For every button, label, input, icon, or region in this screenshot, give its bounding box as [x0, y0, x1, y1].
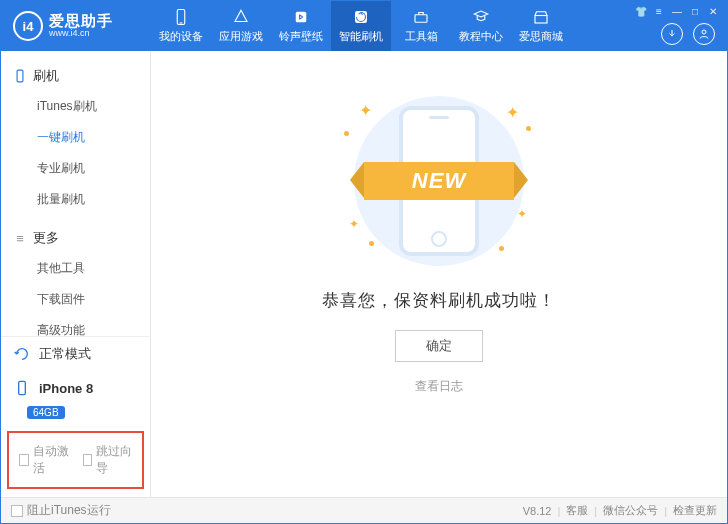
sidebar-item-itunes-flash[interactable]: iTunes刷机: [1, 91, 150, 122]
nav-label: 教程中心: [459, 29, 503, 44]
toolbox-icon: [412, 8, 430, 26]
checkbox-icon: [83, 454, 93, 466]
version-label: V8.12: [523, 505, 552, 517]
apps-icon: [232, 8, 250, 26]
success-illustration: ✦ ✦ ✦ ✦ NEW: [329, 91, 549, 271]
storage-badge: 64GB: [27, 406, 65, 419]
nav-label: 我的设备: [159, 29, 203, 44]
phone-icon: [13, 69, 27, 83]
body: 刷机 iTunes刷机 一键刷机 专业刷机 批量刷机 ≡ 更多 其他工具 下载固…: [1, 51, 727, 497]
sidebar-item-batch-flash[interactable]: 批量刷机: [1, 184, 150, 215]
phone-small-icon: [13, 379, 31, 397]
nav-label: 应用游戏: [219, 29, 263, 44]
support-link[interactable]: 客服: [566, 503, 588, 518]
user-button[interactable]: [693, 23, 715, 45]
sidebar-item-download-fw[interactable]: 下载固件: [1, 284, 150, 315]
sidebar-item-pro-flash[interactable]: 专业刷机: [1, 153, 150, 184]
nav-flash[interactable]: 智能刷机: [331, 1, 391, 51]
sidebar: 刷机 iTunes刷机 一键刷机 专业刷机 批量刷机 ≡ 更多 其他工具 下载固…: [1, 51, 151, 497]
download-button[interactable]: [661, 23, 683, 45]
window-controls: 👕 ≡ — □ ✕: [635, 5, 719, 17]
success-message: 恭喜您，保资料刷机成功啦！: [322, 289, 556, 312]
app-window: i4 爱思助手 www.i4.cn 我的设备 应用游戏 铃声壁纸 智能刷机: [0, 0, 728, 524]
bottom-options-highlight: 自动激活 跳过向导: [7, 431, 144, 489]
nav-ring[interactable]: 铃声壁纸: [271, 1, 331, 51]
nav-tutorial[interactable]: 教程中心: [451, 1, 511, 51]
sparkle-icon: ✦: [349, 217, 359, 231]
tshirt-icon[interactable]: 👕: [635, 5, 647, 17]
main-panel: ✦ ✦ ✦ ✦ NEW 恭喜您，保资料刷机成功啦！ 确定 查看日志: [151, 51, 727, 497]
logo-icon: i4: [13, 11, 43, 41]
svg-rect-7: [17, 70, 23, 82]
svg-point-6: [702, 30, 706, 34]
svg-rect-0: [177, 10, 185, 25]
device-icon: [172, 8, 190, 26]
sparkle-icon: ✦: [517, 207, 527, 221]
new-ribbon: NEW: [364, 162, 514, 200]
nav-store[interactable]: 爱思商城: [511, 1, 571, 51]
nav-toolbox[interactable]: 工具箱: [391, 1, 451, 51]
brand-name: 爱思助手: [49, 13, 113, 30]
nav-label: 智能刷机: [339, 29, 383, 44]
checkbox-label: 自动激活: [33, 443, 69, 477]
ribbon-text: NEW: [364, 162, 514, 200]
sparkle-icon: ✦: [359, 101, 372, 120]
maximize-icon[interactable]: □: [689, 5, 701, 17]
sidebar-group-flash[interactable]: 刷机: [1, 61, 150, 91]
sidebar-group-title: 更多: [33, 229, 59, 247]
tutorial-icon: [472, 8, 490, 26]
sparkle-icon: ✦: [506, 103, 519, 122]
checkbox-icon: [11, 505, 23, 517]
store-icon: [532, 8, 550, 26]
auto-activate-checkbox[interactable]: 自动激活: [19, 443, 69, 477]
close-icon[interactable]: ✕: [707, 5, 719, 17]
check-update-link[interactable]: 检查更新: [673, 503, 717, 518]
sidebar-item-other-tools[interactable]: 其他工具: [1, 253, 150, 284]
sidebar-item-onekey-flash[interactable]: 一键刷机: [1, 122, 150, 153]
checkbox-icon: [19, 454, 29, 466]
svg-rect-8: [19, 381, 26, 394]
nav-label: 工具箱: [405, 29, 438, 44]
svg-rect-4: [415, 15, 427, 23]
refresh-icon: [13, 345, 31, 363]
flash-icon: [352, 8, 370, 26]
svg-rect-2: [296, 12, 307, 23]
device-name: iPhone 8: [39, 381, 93, 396]
more-icon: ≡: [13, 231, 27, 245]
skip-guide-checkbox[interactable]: 跳过向导: [83, 443, 133, 477]
minimize-icon[interactable]: —: [671, 5, 683, 17]
checkbox-label: 跳过向导: [96, 443, 132, 477]
brand-logo: i4 爱思助手 www.i4.cn: [1, 1, 151, 51]
footer-bar: 阻止iTunes运行 V8.12 | 客服 | 微信公众号 | 检查更新: [1, 497, 727, 523]
svg-rect-5: [535, 16, 547, 24]
mode-label: 正常模式: [39, 345, 91, 363]
sidebar-group-more[interactable]: ≡ 更多: [1, 223, 150, 253]
sidebar-item-advanced[interactable]: 高级功能: [1, 315, 150, 336]
brand-url: www.i4.cn: [49, 29, 113, 39]
nav-label: 铃声壁纸: [279, 29, 323, 44]
view-log-link[interactable]: 查看日志: [415, 378, 463, 395]
sidebar-group-title: 刷机: [33, 67, 59, 85]
header-bar: i4 爱思助手 www.i4.cn 我的设备 应用游戏 铃声壁纸 智能刷机: [1, 1, 727, 51]
nav-device[interactable]: 我的设备: [151, 1, 211, 51]
checkbox-label: 阻止iTunes运行: [27, 502, 111, 519]
nav-label: 爱思商城: [519, 29, 563, 44]
ok-button[interactable]: 确定: [395, 330, 483, 362]
nav-apps[interactable]: 应用游戏: [211, 1, 271, 51]
device-mode[interactable]: 正常模式: [1, 337, 150, 371]
ring-icon: [292, 8, 310, 26]
connected-device[interactable]: iPhone 8: [1, 371, 150, 405]
menu-icon[interactable]: ≡: [653, 5, 665, 17]
wechat-link[interactable]: 微信公众号: [603, 503, 658, 518]
block-itunes-checkbox[interactable]: 阻止iTunes运行: [11, 502, 111, 519]
